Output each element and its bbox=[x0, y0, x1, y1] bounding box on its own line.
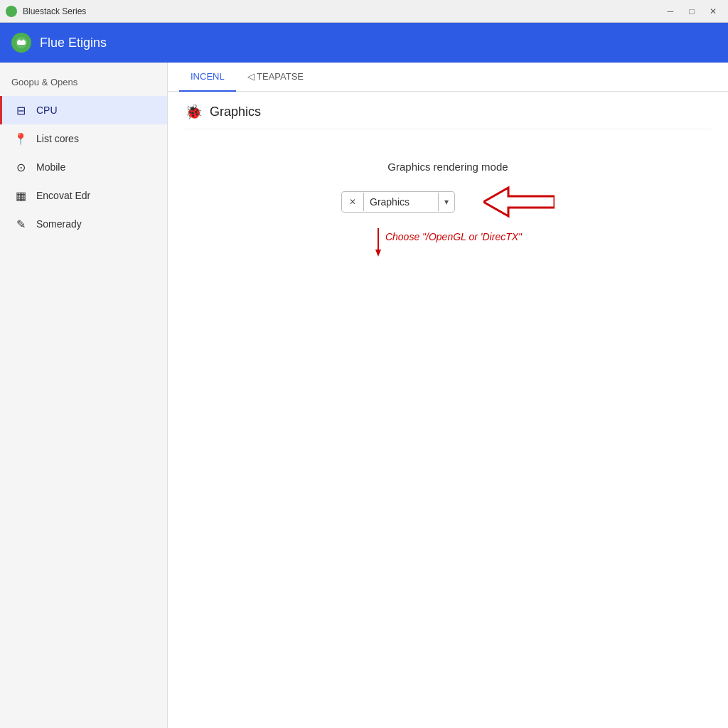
app-name: Bluestack Series bbox=[23, 6, 86, 16]
svg-point-3 bbox=[23, 40, 25, 42]
section-title: Graphics bbox=[210, 105, 261, 119]
dropdown-clear-button[interactable]: ✕ bbox=[342, 193, 364, 211]
main-layout: Goopu & Opens ⊟ CPU 📍 List cores ⊙ Mobil… bbox=[0, 63, 728, 728]
svg-rect-1 bbox=[17, 41, 26, 45]
tabs-bar: INCENL ◁ TEAPATSE bbox=[168, 63, 728, 92]
cpu-icon: ⊟ bbox=[14, 103, 28, 117]
header-logo bbox=[11, 33, 31, 53]
sidebar-item-label-somerady: Somerady bbox=[36, 218, 82, 230]
page-content: 🐞 Graphics Graphics rendering mode ✕ Gra… bbox=[168, 92, 728, 728]
list-cores-icon: 📍 bbox=[14, 132, 28, 146]
encovat-icon: ▦ bbox=[14, 188, 28, 203]
sidebar-item-label-encovat: Encovat Edr bbox=[36, 190, 90, 201]
section-header: 🐞 Graphics bbox=[185, 103, 711, 129]
sidebar-item-mobile[interactable]: ⊙ Mobile bbox=[0, 153, 167, 181]
title-bar: Bluestack Series ─ □ ✕ bbox=[0, 0, 728, 23]
title-bar-controls: ─ □ ✕ bbox=[661, 4, 722, 18]
tab-incenl[interactable]: INCENL bbox=[179, 63, 236, 92]
sidebar-item-label-cpu: CPU bbox=[36, 105, 58, 116]
somerady-icon: ✎ bbox=[14, 217, 28, 231]
close-button[interactable]: ✕ bbox=[704, 4, 722, 18]
sidebar-item-label-mobile: Mobile bbox=[36, 161, 65, 173]
graphics-icon: 🐞 bbox=[185, 103, 203, 120]
dropdown-value: Graphics bbox=[364, 192, 438, 212]
header-title: Flue Etigins bbox=[40, 36, 107, 50]
annotation-arrow-icon bbox=[483, 184, 555, 220]
svg-marker-6 bbox=[375, 250, 381, 257]
svg-marker-4 bbox=[483, 188, 555, 216]
sidebar-section-title: Goopu & Opens bbox=[0, 71, 167, 96]
annotation-container: Choose "/OpenGL or 'DirecTX" bbox=[374, 225, 522, 257]
annotation-text: Choose "/OpenGL or 'DirecTX" bbox=[385, 228, 522, 242]
sidebar-item-label-list-cores: List cores bbox=[36, 133, 79, 144]
tab-teapatse[interactable]: ◁ TEAPATSE bbox=[236, 63, 315, 92]
rendering-label: Graphics rendering mode bbox=[387, 161, 508, 173]
sidebar-item-list-cores[interactable]: 📍 List cores bbox=[0, 124, 167, 153]
rendering-dropdown: ✕ Graphics ▾ bbox=[341, 191, 455, 213]
svg-point-2 bbox=[18, 40, 21, 42]
header-bar: Flue Etigins bbox=[0, 23, 728, 63]
sidebar-item-encovat-edr[interactable]: ▦ Encovat Edr bbox=[0, 181, 167, 210]
minimize-button[interactable]: ─ bbox=[661, 4, 680, 18]
annotation-line-arrow bbox=[374, 228, 382, 257]
content-area: INCENL ◁ TEAPATSE 🐞 Graphics Graphics re… bbox=[168, 63, 728, 728]
title-bar-left: Bluestack Series bbox=[6, 6, 86, 17]
sidebar-item-somerady[interactable]: ✎ Somerady bbox=[0, 210, 167, 238]
rendering-section: Graphics rendering mode ✕ Graphics ▾ bbox=[185, 146, 711, 257]
dropdown-arrow-button[interactable]: ▾ bbox=[438, 193, 454, 211]
maximize-button[interactable]: □ bbox=[682, 4, 701, 18]
rendering-row: ✕ Graphics ▾ bbox=[341, 184, 555, 220]
mobile-icon: ⊙ bbox=[14, 160, 28, 174]
sidebar: Goopu & Opens ⊟ CPU 📍 List cores ⊙ Mobil… bbox=[0, 63, 168, 728]
sidebar-item-cpu[interactable]: ⊟ CPU bbox=[0, 96, 167, 124]
app-icon bbox=[6, 6, 17, 17]
